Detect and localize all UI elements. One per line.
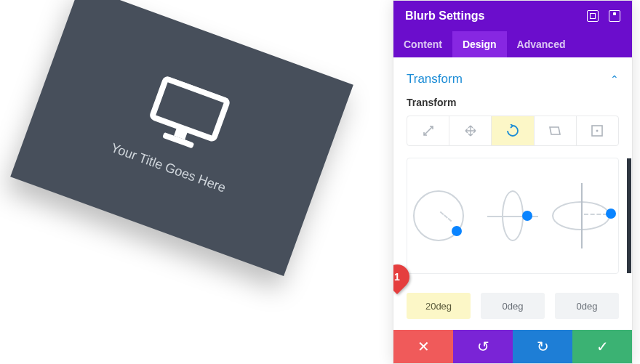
rotation-controls: [407, 158, 619, 274]
redo-icon: ↻: [537, 338, 549, 355]
mode-move[interactable]: [407, 116, 449, 145]
panel-tabs: Content Design Advanced: [393, 31, 632, 57]
blurb-preview-card: Your Title Goes Here: [10, 0, 353, 276]
svg-point-4: [596, 130, 599, 132]
arrows-diagonal-icon: [423, 125, 434, 137]
rotate-x-value[interactable]: 0deg: [555, 293, 619, 319]
confirm-button[interactable]: ✓: [572, 330, 632, 363]
section-toggle-row[interactable]: Transform ⌃: [407, 68, 619, 97]
tab-design[interactable]: Design: [452, 31, 507, 57]
move-cross-icon: [465, 125, 476, 137]
redo-button[interactable]: ↻: [513, 330, 572, 363]
panel-footer: ✕ ↺ ↻ ✓: [393, 330, 632, 363]
svg-rect-0: [152, 78, 228, 139]
close-icon: ✕: [417, 338, 430, 355]
undo-icon: ↺: [477, 338, 489, 355]
settings-panel: Blurb Settings Content Design Advanced T…: [393, 0, 633, 364]
rotate-y-value[interactable]: 0deg: [481, 293, 545, 319]
rotate-z-value[interactable]: 20deg: [407, 293, 471, 319]
section-title: Transform: [407, 72, 463, 86]
rotate-x-control[interactable]: [551, 179, 616, 252]
mode-rotate[interactable]: [492, 116, 534, 145]
rotate-z-handle[interactable]: [452, 226, 462, 236]
panel-title: Blurb Settings: [405, 9, 484, 23]
annotation-number: 1: [394, 271, 400, 283]
snap-icon[interactable]: [609, 10, 620, 22]
rotation-values-row: 20deg 0deg 0deg: [407, 293, 619, 319]
rotate-z-control[interactable]: [409, 179, 475, 252]
rotate-y-handle[interactable]: [522, 211, 532, 221]
chevron-up-icon: ⌃: [610, 73, 619, 85]
close-button[interactable]: ✕: [393, 330, 453, 363]
mode-skew[interactable]: [535, 116, 577, 145]
origin-icon: [591, 125, 603, 137]
rotate-icon: [506, 124, 519, 137]
undo-button[interactable]: ↺: [453, 330, 513, 363]
check-icon: ✓: [596, 338, 609, 355]
tab-content[interactable]: Content: [393, 31, 452, 57]
monitor-icon: [143, 74, 232, 156]
transform-label: Transform: [407, 97, 619, 108]
skew-icon: [548, 126, 561, 136]
panel-header: Blurb Settings Content Design Advanced: [393, 1, 632, 57]
panel-body: Transform ⌃ Transform: [393, 57, 632, 330]
rotate-x-handle[interactable]: [606, 209, 616, 219]
expand-icon[interactable]: [587, 10, 599, 22]
transform-mode-bar: [407, 116, 619, 146]
tab-advanced[interactable]: Advanced: [507, 31, 576, 57]
mode-translate[interactable]: [449, 116, 492, 145]
rotate-y-control[interactable]: [480, 179, 545, 252]
preview-stage: Your Title Goes Here: [0, 0, 393, 364]
mode-origin[interactable]: [577, 116, 618, 145]
